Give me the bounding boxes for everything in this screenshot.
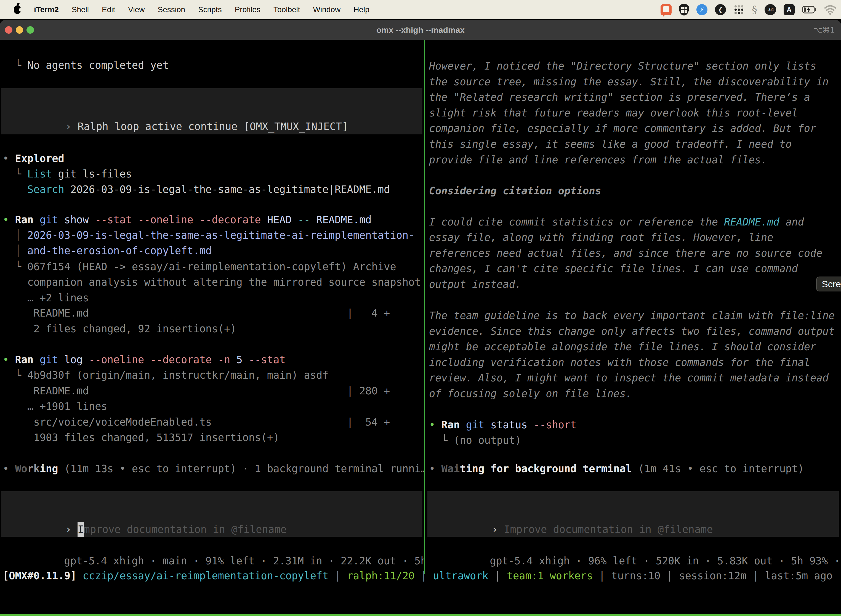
apple-menu-icon[interactable] (14, 6, 21, 14)
terminal-line: including verification notes with those … (429, 355, 810, 370)
terminal-line: However, I noticed the "Directory Struct… (429, 59, 816, 74)
menu-item-shell[interactable]: Shell (72, 5, 89, 14)
terminal-line: changes, I can't cite specific file line… (429, 261, 798, 277)
menubar-status-icons: ⚡ ❮ § ..61 A (661, 4, 841, 16)
terminal-line: • Ran git show --stat --oneline --decora… (3, 212, 372, 228)
shield-icon[interactable] (679, 4, 689, 15)
terminal-line: └ List git ls-files (3, 166, 132, 182)
menu-bar: iTerm2ShellEditViewSessionScriptsProfile… (0, 0, 841, 19)
tmux-session-label: [omx-cczip0:bash* (3, 615, 107, 616)
terminal-line: • Explored (3, 151, 64, 166)
omx-bar-segment: | turns:10 | session:12m | last:5m ago (593, 570, 833, 582)
window-titlebar[interactable]: omx --xhigh --madmax ⌥⌘1 (0, 20, 841, 40)
menu-item-help[interactable]: Help (353, 5, 369, 14)
terminal-line: Considering citation options (429, 183, 601, 199)
menu-item-scripts[interactable]: Scripts (198, 5, 222, 14)
terminal-line: • Ran git log --oneline --decorate -n 5 … (3, 352, 286, 368)
terminal-line: essay file, along with finding root file… (429, 230, 773, 245)
text-cursor: I (78, 522, 84, 537)
terminal-line: this single essay, it seems like a good … (429, 136, 792, 152)
iterm-window: omx --xhigh --madmax ⌥⌘1 › Ralph loop ac… (0, 20, 841, 616)
menu-item-toolbelt[interactable]: Toolbelt (273, 5, 300, 14)
terminal-line: of focusing solely on file lines. (429, 386, 632, 402)
zoom-button[interactable] (26, 26, 34, 34)
window-shortcut-badge: ⌥⌘1 (813, 20, 835, 40)
omx-bar-segment: team:1 workers (507, 570, 593, 582)
terminal-line: └ 4b9d30f (origin/main, instructkr/main,… (3, 368, 329, 383)
wifi-icon[interactable] (824, 4, 837, 15)
menu-items: iTerm2ShellEditViewSessionScriptsProfile… (34, 5, 369, 14)
terminal-line: • Ran git status --short (429, 417, 577, 433)
terminal-line: companion analysis without altering the … (3, 274, 421, 290)
terminal-line: slight risk that future readers may over… (429, 106, 798, 121)
terminal-line: • Waiting for background terminal (1m 41… (429, 461, 804, 477)
battery-icon[interactable] (802, 4, 816, 15)
omx-bar-segment: ralph:11/20 (347, 570, 415, 582)
chat-icon[interactable] (661, 4, 672, 15)
terminal-line: 2 files changed, 92 insertions(+) (3, 321, 236, 337)
terminal-line: The team guideline is to back every impo… (429, 308, 835, 323)
omx-bar-segment: [OMX#0.11.9] (3, 570, 83, 582)
right-terminal-pane[interactable]: However, I noticed the "Directory Struct… (425, 40, 841, 616)
terminal-line: └ 067f154 (HEAD -> essay/ai-reimplementa… (3, 259, 396, 274)
terminal-area: › Ralph loop active continue [OMX_TMUX_I… (0, 40, 841, 616)
terminal-line: the "Related research writing" section i… (429, 90, 810, 105)
ralph-inject-line: › Ralph loop active continue [OMX_TMUX_I… (4, 104, 348, 150)
omx-bar-segment: | (488, 570, 507, 582)
a-app-icon[interactable]: A (784, 4, 795, 15)
terminal-line: the source tree, missing the essay. Stil… (429, 74, 829, 90)
minimize-button[interactable] (16, 26, 23, 34)
terminal-line: … +1901 lines (3, 399, 107, 414)
terminal-line: 1903 files changed, 513517 insertions(+) (3, 430, 279, 446)
tmux-status-bar[interactable]: [omx-cczip0:bash* "MacBook-Pro-44.local"… (0, 615, 841, 616)
menu-item-iterm2[interactable]: iTerm2 (34, 5, 59, 14)
ralph-inject-banner: › Ralph loop active continue [OMX_TMUX_I… (1, 88, 422, 134)
session-status-right: gpt-5.4 xhigh · 96% left · 520K in · 5.8… (441, 538, 841, 553)
terminal-line: references need actual files, and since … (429, 246, 822, 261)
squiggle-icon[interactable]: § (752, 4, 757, 16)
terminal-line: └ No agents completed yet (3, 58, 168, 73)
terminal-line: output instead. (429, 277, 521, 292)
menu-item-edit[interactable]: Edit (102, 5, 115, 14)
terminal-line: └ (no output) (429, 433, 521, 448)
terminal-line: src/voice/voiceModeEnabled.ts | 54 + (3, 415, 390, 430)
omx-bar-segment: ultrawork (433, 570, 488, 582)
terminal-line: I could cite commit statistics or refere… (429, 214, 804, 230)
terminal-line: │ 2026-03-09-is-legal-the-same-as-legiti… (3, 228, 415, 243)
screen-recording-tooltip[interactable]: Scre (816, 277, 841, 292)
terminal-line: review. Also, I might want to inspect th… (429, 370, 829, 386)
blue-badge-icon[interactable]: ⚡ (696, 4, 708, 15)
session-status-left: gpt-5.4 xhigh · main · 91% left · 2.31M … (15, 538, 424, 553)
menu-item-view[interactable]: View (128, 5, 145, 14)
terminal-line: README.md | 4 + (3, 305, 390, 321)
window-title: omx --xhigh --madmax (377, 20, 464, 40)
terminal-line: provide file and line references from th… (429, 153, 767, 168)
terminal-line: Search 2026-03-09-is-legal-the-same-as-l… (3, 182, 390, 197)
dots-grid-icon[interactable] (733, 4, 744, 15)
terminal-line: companion file, especially if more comme… (429, 121, 816, 136)
omx-status-bar: [OMX#0.11.9] cczip/essay/ai-reimplementa… (3, 568, 832, 584)
terminal-line: evidence. Since this change only affects… (429, 324, 835, 339)
menu-item-session[interactable]: Session (158, 5, 185, 14)
prompt-input-right[interactable]: › Improve documentation in @filename (428, 491, 839, 537)
battery-61-icon[interactable]: ..61 (765, 4, 776, 15)
terminal-line: might be acceptable alongside the file l… (429, 339, 816, 355)
terminal-line: • Working (11m 13s • esc to interrupt) ·… (3, 461, 424, 477)
left-terminal-pane[interactable]: › Ralph loop active continue [OMX_TMUX_I… (0, 40, 424, 616)
terminal-line: │ and-the-erosion-of-copyleft.md (3, 243, 212, 259)
kaleidoscope-icon[interactable]: ❮ (715, 4, 726, 15)
menu-item-window[interactable]: Window (313, 5, 341, 14)
terminal-line: … +2 lines (3, 290, 89, 306)
menu-item-profiles[interactable]: Profiles (235, 5, 261, 14)
close-button[interactable] (5, 26, 12, 34)
terminal-line: README.md | 280 + (3, 383, 390, 399)
prompt-input-left[interactable]: › Improve documentation in @filename (1, 491, 422, 537)
omx-bar-segment: cczip/essay/ai-reimplementation-copyleft (83, 570, 329, 582)
tmux-host-clock: "MacBook-Pro-44.local" 04:52 31-Mar-26 (606, 615, 840, 616)
pane-divider[interactable] (424, 40, 425, 574)
omx-bar-segment: | (415, 570, 433, 582)
omx-bar-segment: | (329, 570, 347, 582)
